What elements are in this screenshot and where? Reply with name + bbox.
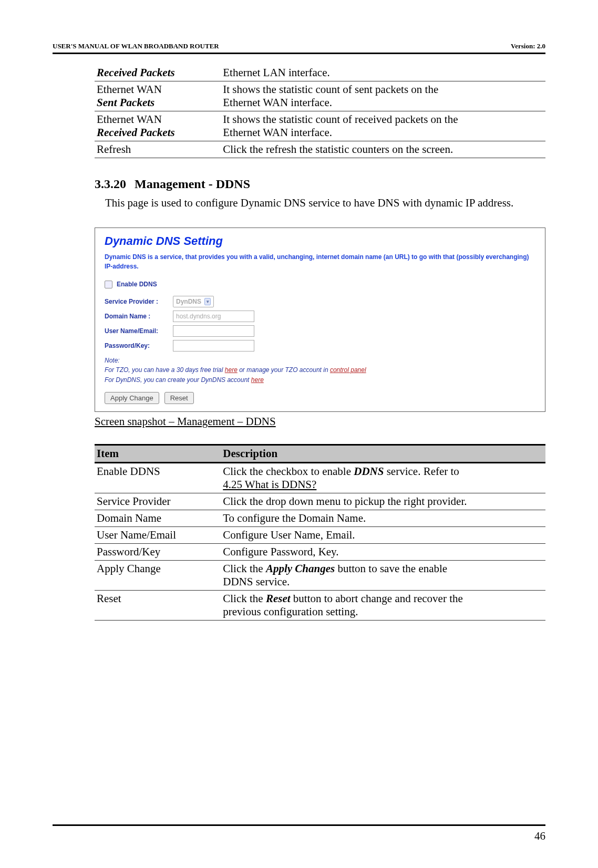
username-row: User Name/Email: bbox=[105, 325, 535, 337]
domain-name-label: Domain Name : bbox=[105, 313, 173, 320]
desc-item: Domain Name bbox=[95, 510, 221, 527]
stats-table: Received PacketsEthernet LAN interface.E… bbox=[95, 65, 545, 158]
table-row: Ethernet WANReceived PacketsIt shows the… bbox=[95, 111, 545, 141]
desc-item: User Name/Email bbox=[95, 527, 221, 544]
panel-intro: Dynamic DNS is a service, that provides … bbox=[105, 252, 535, 271]
screenshot-caption: Screen snapshot – Management – DDNS bbox=[95, 415, 545, 428]
service-provider-select[interactable]: DynDNS ▾ bbox=[173, 296, 214, 307]
desc-item: Service Provider bbox=[95, 493, 221, 510]
table-row: Received PacketsEthernet LAN interface. bbox=[95, 65, 545, 81]
table-row: RefreshClick the refresh the statistic c… bbox=[95, 141, 545, 158]
section-heading: 3.3.20 Management - DDNS bbox=[95, 177, 545, 191]
page-header: USER'S MANUAL OF WLAN BROADBAND ROUTER V… bbox=[53, 42, 545, 54]
table-row: ResetClick the Reset button to abort cha… bbox=[95, 591, 545, 621]
desc-item: Enable DDNS bbox=[95, 463, 221, 493]
desc-item: Reset bbox=[95, 591, 221, 621]
table-item: Received Packets bbox=[95, 65, 221, 81]
desc-text: Click the Reset button to abort change a… bbox=[221, 591, 545, 621]
ddns-panel: Dynamic DNS Setting Dynamic DNS is a ser… bbox=[95, 228, 545, 412]
desc-text: Click the Apply Changes button to save t… bbox=[221, 561, 545, 591]
note-line-1: For TZO, you can have a 30 days free tri… bbox=[105, 365, 535, 375]
service-provider-value: DynDNS bbox=[176, 298, 201, 305]
desc-head-item: Item bbox=[95, 445, 221, 463]
desc-item: Password/Key bbox=[95, 544, 221, 561]
table-desc: It shows the statistic count of received… bbox=[221, 111, 545, 141]
table-row: Password/KeyConfigure Password, Key. bbox=[95, 544, 545, 561]
desc-head-description: Description bbox=[221, 445, 545, 463]
table-row: Domain NameTo configure the Domain Name. bbox=[95, 510, 545, 527]
table-row: Apply ChangeClick the Apply Changes butt… bbox=[95, 561, 545, 591]
domain-name-row: Domain Name : bbox=[105, 311, 535, 322]
content-area: Received PacketsEthernet LAN interface.E… bbox=[53, 54, 545, 621]
section-title: Management - DDNS bbox=[135, 177, 250, 191]
note-text: For TZO, you can have a 30 days free tri… bbox=[105, 366, 225, 374]
desc-text: To configure the Domain Name. bbox=[221, 510, 545, 527]
section-number: 3.3.20 bbox=[95, 177, 126, 191]
enable-ddns-row: Enable DDNS bbox=[105, 281, 535, 288]
reset-button[interactable]: Reset bbox=[164, 392, 194, 404]
desc-text: Click the checkbox to enable DDNS servic… bbox=[221, 463, 545, 493]
section-paragraph: This page is used to configure Dynamic D… bbox=[95, 194, 545, 212]
desc-text: Configure User Name, Email. bbox=[221, 527, 545, 544]
note-text: For DynDNS, you can create your DynDNS a… bbox=[105, 376, 251, 384]
note-heading: Note: bbox=[105, 356, 535, 366]
table-desc: It shows the statistic count of sent pac… bbox=[221, 81, 545, 111]
username-label: User Name/Email: bbox=[105, 327, 173, 335]
username-input[interactable] bbox=[173, 325, 254, 337]
table-row: Service ProviderClick the drop down menu… bbox=[95, 493, 545, 510]
footer-rule bbox=[53, 824, 545, 826]
panel-note: Note: For TZO, you can have a 30 days fr… bbox=[105, 356, 535, 385]
description-table: Item Description Enable DDNSClick the ch… bbox=[95, 444, 545, 621]
panel-title: Dynamic DNS Setting bbox=[105, 234, 535, 248]
table-desc: Click the refresh the statistic counters… bbox=[221, 141, 545, 158]
table-row: User Name/EmailConfigure User Name, Emai… bbox=[95, 527, 545, 544]
note-text: or manage your TZO account in bbox=[238, 366, 330, 374]
note-link-here-2[interactable]: here bbox=[251, 376, 264, 384]
table-item: Refresh bbox=[95, 141, 221, 158]
service-provider-label: Service Provider : bbox=[105, 298, 173, 305]
table-row: Enable DDNSClick the checkbox to enable … bbox=[95, 463, 545, 493]
table-row: Ethernet WANSent PacketsIt shows the sta… bbox=[95, 81, 545, 111]
desc-item: Apply Change bbox=[95, 561, 221, 591]
note-line-2: For DynDNS, you can create your DynDNS a… bbox=[105, 375, 535, 385]
password-row: Password/Key: bbox=[105, 340, 535, 352]
service-provider-row: Service Provider : DynDNS ▾ bbox=[105, 296, 535, 307]
enable-ddns-checkbox[interactable] bbox=[105, 281, 112, 288]
header-left: USER'S MANUAL OF WLAN BROADBAND ROUTER bbox=[53, 42, 219, 50]
header-right: Version: 2.0 bbox=[511, 42, 545, 50]
apply-change-button[interactable]: Apply Change bbox=[105, 392, 159, 404]
note-link-control-panel[interactable]: control panel bbox=[330, 366, 366, 374]
enable-ddns-label: Enable DDNS bbox=[117, 281, 157, 288]
page-number: 46 bbox=[534, 830, 545, 843]
note-link-here-1[interactable]: here bbox=[225, 366, 238, 374]
table-item: Ethernet WANSent Packets bbox=[95, 81, 221, 111]
panel-buttons: Apply Change Reset bbox=[105, 392, 535, 404]
table-desc: Ethernet LAN interface. bbox=[221, 65, 545, 81]
password-label: Password/Key: bbox=[105, 342, 173, 349]
domain-name-input[interactable] bbox=[173, 311, 254, 322]
chevron-down-icon: ▾ bbox=[204, 298, 211, 305]
desc-text: Click the drop down menu to pickup the r… bbox=[221, 493, 545, 510]
table-item: Ethernet WANReceived Packets bbox=[95, 111, 221, 141]
password-input[interactable] bbox=[173, 340, 254, 352]
desc-text: Configure Password, Key. bbox=[221, 544, 545, 561]
